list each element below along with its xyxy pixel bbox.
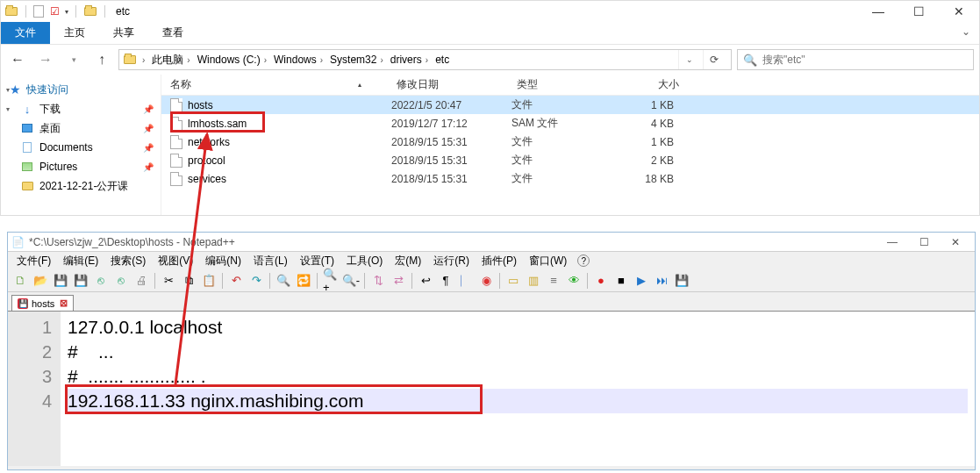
menu-plugins[interactable]: 插件(P) (476, 252, 522, 270)
nav-back-button[interactable]: ← (6, 48, 29, 71)
wordwrap-icon[interactable]: ↩ (417, 272, 434, 290)
menu-tools[interactable]: 工具(O) (341, 252, 388, 270)
sync-v-icon[interactable]: ⇅ (369, 272, 387, 290)
check-icon[interactable]: ☑ (47, 5, 61, 18)
print-icon[interactable]: 🖨 (132, 272, 150, 290)
qat-dropdown[interactable]: ▾ (65, 8, 68, 16)
play-multi-icon[interactable]: ⏭ (653, 272, 670, 290)
file-icon[interactable] (33, 5, 44, 18)
breadcrumb-item[interactable]: Windows (C:)› (196, 54, 268, 66)
folder-view-icon[interactable]: ▭ (504, 272, 522, 290)
menu-encoding[interactable]: 编码(N) (200, 252, 247, 270)
sidebar-item-downloads[interactable]: ▾ ↓ 下载 📌 (1, 99, 161, 118)
close-button[interactable]: ✕ (939, 1, 979, 22)
ribbon-tab-home[interactable]: 主页 (50, 22, 99, 44)
address-bar[interactable]: › 此电脑› Windows (C:)› Windows› System32› … (118, 49, 732, 70)
file-row[interactable]: services2018/9/15 15:31文件18 KB (161, 169, 979, 188)
menu-run[interactable]: 运行(R) (428, 252, 475, 270)
editor-area[interactable]: 1 2 3 4 127.0.0.1 localhost # ... # ....… (8, 312, 975, 466)
breadcrumb-item[interactable]: System32› (328, 54, 385, 66)
breadcrumb-item[interactable]: 此电脑› (150, 53, 191, 68)
nav-forward-button[interactable]: → (34, 48, 57, 71)
sidebar-item-documents[interactable]: Documents 📌 (1, 138, 161, 157)
file-size: 18 KB (612, 173, 683, 185)
monitor-icon[interactable]: 👁 (565, 272, 583, 290)
nav-history-dropdown[interactable]: ▾ (62, 48, 85, 71)
redo-icon[interactable]: ↷ (247, 272, 265, 290)
breadcrumb-item[interactable]: drivers› (389, 54, 430, 66)
file-name: protocol (188, 154, 225, 167)
editor-tab[interactable]: 💾 hosts ⊠ (11, 295, 74, 311)
menu-view[interactable]: 视图(V) (153, 252, 198, 270)
cut-icon[interactable]: ✂ (160, 272, 177, 290)
ribbon-tab-share[interactable]: 共享 (99, 22, 148, 44)
paste-icon[interactable]: 📋 (200, 272, 218, 290)
sidebar-item-pictures[interactable]: Pictures 📌 (1, 157, 161, 176)
all-chars-icon[interactable]: ¶ (437, 272, 454, 290)
file-row[interactable]: hosts2022/1/5 20:47文件1 KB (161, 96, 979, 114)
menu-edit[interactable]: 编辑(E) (58, 252, 104, 270)
menu-search[interactable]: 搜索(S) (105, 252, 151, 270)
close-tab-icon[interactable]: ⊠ (60, 297, 68, 309)
save-macro-icon[interactable]: 💾 (673, 272, 690, 290)
indent-guide-icon[interactable]: ⎸ (457, 272, 475, 290)
close-icon[interactable]: ⎋ (92, 272, 110, 290)
menu-file[interactable]: 文件(F) (11, 252, 56, 270)
stop-macro-icon[interactable]: ■ (612, 272, 630, 290)
breadcrumb-item[interactable]: Windows› (272, 54, 325, 66)
column-name[interactable]: 名称▴ (170, 77, 397, 92)
close-button[interactable]: ✕ (940, 233, 971, 252)
func-list-icon[interactable]: ≡ (545, 272, 562, 290)
sidebar-item-folder[interactable]: 2021-12-21-公开课 (1, 176, 161, 196)
file-row[interactable]: protocol2018/9/15 15:31文件2 KB (161, 151, 979, 169)
column-type[interactable]: 类型 (517, 77, 618, 92)
sidebar-item-desktop[interactable]: 桌面 📌 (1, 118, 161, 138)
menu-macro[interactable]: 宏(M) (390, 252, 426, 270)
folder-icon (123, 54, 137, 66)
file-row[interactable]: lmhosts.sam2019/12/7 17:12SAM 文件4 KB (161, 114, 979, 133)
ribbon-tab-view[interactable]: 查看 (148, 22, 197, 44)
save-all-icon[interactable]: 💾 (72, 272, 89, 290)
record-macro-icon[interactable]: ● (592, 272, 610, 290)
doc-map-icon[interactable]: ▥ (525, 272, 542, 290)
column-size[interactable]: 大小 (618, 77, 688, 92)
zoom-out-icon[interactable]: 🔍- (342, 272, 360, 290)
file-icon (170, 172, 182, 186)
menu-help[interactable]: ? (577, 254, 590, 267)
menu-window[interactable]: 窗口(W) (524, 252, 572, 270)
zoom-in-icon[interactable]: 🔍+ (322, 272, 340, 290)
undo-icon[interactable]: ↶ (227, 272, 245, 290)
folder-icon (83, 5, 97, 18)
file-date: 2022/1/5 20:47 (391, 99, 511, 111)
menu-language[interactable]: 语言(L) (248, 252, 293, 270)
copy-icon[interactable]: ⧉ (180, 272, 197, 290)
search-box[interactable]: 🔍 (737, 49, 974, 70)
minimize-button[interactable]: — (876, 233, 908, 252)
save-icon[interactable]: 💾 (52, 272, 69, 290)
open-icon[interactable]: 📂 (32, 272, 49, 290)
sidebar-item-quick-access[interactable]: ▾ ★ 快速访问 (1, 80, 161, 99)
breadcrumb-item[interactable]: etc (433, 54, 451, 66)
search-input[interactable] (762, 54, 968, 66)
close-all-icon[interactable]: ⎋ (112, 272, 130, 290)
lang-icon[interactable]: ◉ (477, 272, 495, 290)
play-macro-icon[interactable]: ▶ (633, 272, 650, 290)
file-icon (170, 135, 182, 149)
replace-icon[interactable]: 🔁 (295, 272, 312, 290)
column-date[interactable]: 修改日期 (397, 77, 517, 92)
ribbon-expand-button[interactable]: ⌄ (953, 22, 979, 44)
code-content[interactable]: 127.0.0.1 localhost # ... # ....... ....… (61, 312, 975, 466)
refresh-button[interactable]: ⟳ (703, 50, 724, 69)
find-icon[interactable]: 🔍 (275, 272, 292, 290)
maximize-button[interactable]: ☐ (908, 233, 940, 252)
address-dropdown[interactable]: ⌄ (678, 50, 699, 69)
sidebar-item-label: Pictures (39, 161, 77, 173)
sync-h-icon[interactable]: ⇄ (390, 272, 407, 290)
minimize-button[interactable]: — (858, 1, 898, 22)
ribbon-tab-file[interactable]: 文件 (1, 22, 50, 44)
nav-up-button[interactable]: ↑ (90, 48, 113, 71)
new-icon[interactable]: 🗋 (11, 272, 29, 290)
maximize-button[interactable]: ☐ (898, 1, 939, 22)
chevron-down-icon: ▾ (6, 86, 10, 94)
file-row[interactable]: networks2018/9/15 15:31文件1 KB (161, 133, 979, 151)
